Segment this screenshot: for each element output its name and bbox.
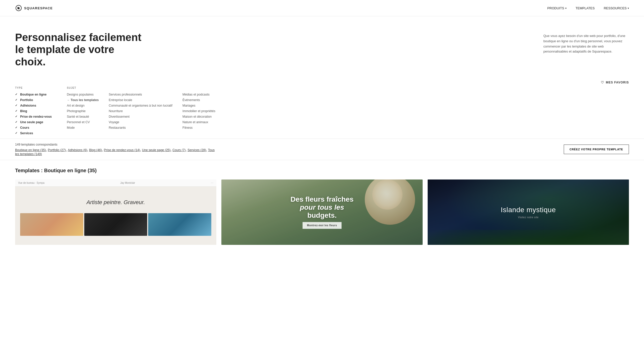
result-link-6[interactable]: Cours (7) <box>173 148 186 152</box>
card-sub-islande: Visitez notre site <box>501 216 556 219</box>
template-card-jay-montclair[interactable]: Vue de bureau · Sympa Jay Montclair ⋯ Ar… <box>15 179 216 245</box>
sujet-item-15[interactable]: Voyage <box>109 119 172 125</box>
sujet-item-16[interactable]: Restaurants <box>109 125 172 130</box>
template-card-islande[interactable]: Islande mystique Visitez notre site <box>428 179 629 245</box>
nav-templates[interactable]: TEMPLATES <box>576 6 595 10</box>
nav-produits[interactable]: PRODUITS ▾ <box>547 6 566 10</box>
flower-decoration-2 <box>372 179 403 210</box>
create-template-button[interactable]: CRÉEZ VOTRE PROPRE TEMPLATE <box>564 145 629 154</box>
nav-ressources[interactable]: RESSOURCES ▾ <box>604 6 629 10</box>
check-icon-7: ✓ <box>15 131 19 135</box>
results-links: Boutique en ligne (35), Portfolio (27), … <box>15 148 216 156</box>
card-headline: Des fleurs fraîches pour tous les budget… <box>291 195 354 220</box>
sujet-item-6[interactable]: Mode <box>67 125 99 130</box>
result-link-1[interactable]: Portfolio (27) <box>48 148 66 152</box>
check-icon-4: ✓ <box>15 115 19 118</box>
sujet-item-12[interactable]: Communauté et organismes à but non lucra… <box>109 103 172 108</box>
card-bg-islande: Islande mystique Visitez notre site <box>428 179 629 245</box>
type-item-5[interactable]: ✓ Une seule page <box>15 119 52 125</box>
check-icon-3: ✓ <box>15 109 19 113</box>
type-item-4[interactable]: ✓ Prise de rendez-vous <box>15 114 52 119</box>
sujet-item-1[interactable]: → Tous les templates <box>67 97 99 103</box>
sujet-item-23[interactable]: Immobilier et propriétés <box>182 108 215 114</box>
hero-section: Personnalisez facilement le template de … <box>0 16 644 75</box>
type-item-7[interactable]: ✓ Services <box>15 130 52 136</box>
check-icon-6: ✓ <box>15 126 19 129</box>
card-visual: Des fleurs fraîches pour tous les budget… <box>221 179 423 245</box>
sujet-col-1: Designs populaires → Tous les templates … <box>67 92 99 130</box>
sujet-item-24[interactable]: Maison et décoration <box>182 114 215 119</box>
card-visual-islande: Islande mystique Visitez notre site <box>428 179 629 245</box>
sujet-item-14[interactable]: Divertissement <box>109 114 172 119</box>
sujet-item-20[interactable]: Médias et podcasts <box>182 92 215 97</box>
result-link-3[interactable]: Blog (46) <box>89 148 102 152</box>
more-icon: ⋯ <box>211 182 213 184</box>
check-icon-0: ✓ <box>15 93 19 96</box>
card-tagline: Artiste peintre. Graveur. <box>20 199 211 206</box>
hero-title: Personnalisez facilement le template de … <box>15 31 146 68</box>
sujet-item-22[interactable]: Mariages <box>182 103 215 108</box>
result-link-4[interactable]: Prise de rendez-vous (14) <box>104 148 140 152</box>
results-bar: 149 templates correspondants Boutique en… <box>0 139 644 160</box>
check-icon-1: ✓ <box>15 98 19 102</box>
sujet-item-13[interactable]: Nourriture <box>109 108 172 114</box>
sujet-item-21[interactable]: Événements <box>182 97 215 103</box>
card-title-islande: Islande mystique <box>501 206 556 214</box>
card-header-right: Jay Montclair <box>120 182 135 184</box>
type-label: TYPE <box>15 86 52 89</box>
sujet-item-25[interactable]: Nature et animaux <box>182 119 215 125</box>
type-filter: TYPE ✓ Boutique en ligne ✓ Portfolio ✓ A… <box>15 86 52 136</box>
ground-decor <box>428 230 629 245</box>
navigation: SQUARESPACE PRODUITS ▾ TEMPLATES RESSOUR… <box>0 0 644 16</box>
sujet-item-10[interactable]: Services professionnels <box>109 92 172 97</box>
card-header-left: Vue de bureau · Sympa <box>18 182 45 184</box>
card-header: Vue de bureau · Sympa Jay Montclair ⋯ <box>15 179 216 187</box>
result-link-2[interactable]: Adhésions (6) <box>68 148 87 152</box>
chevron-down-icon: ▾ <box>565 7 567 10</box>
sujet-item-4[interactable]: Santé et beauté <box>67 114 99 119</box>
sujet-item-0[interactable]: Designs populaires <box>67 92 99 97</box>
chevron-down-icon-2: ▾ <box>628 7 629 10</box>
logo-text: SQUARESPACE <box>24 6 53 10</box>
sujet-label: SUJET <box>67 86 215 89</box>
hero-description: Que vous ayez besoin d'un site web pour … <box>543 31 629 54</box>
arrow-icon: → <box>67 99 70 102</box>
check-icon-5: ✓ <box>15 120 19 124</box>
card-main: Artiste peintre. Graveur. <box>15 187 216 241</box>
filters-section: ♡ MES FAVORIS TYPE ✓ Boutique en ligne ✓… <box>0 75 644 139</box>
result-link-5[interactable]: Une seule page (25) <box>142 148 170 152</box>
section-title: Templates : Boutique en ligne (35) <box>15 168 629 173</box>
cards-grid: Vue de bureau · Sympa Jay Montclair ⋯ Ar… <box>15 179 629 245</box>
nav-links: PRODUITS ▾ TEMPLATES RESSOURCES ▾ <box>547 6 629 10</box>
card-content: Des fleurs fraîches pour tous les budget… <box>291 195 354 229</box>
template-card-fleurs[interactable]: Des fleurs fraîches pour tous les budget… <box>221 179 423 245</box>
sujet-col-2: Services professionnels Entreprise local… <box>109 92 172 130</box>
heart-icon: ♡ <box>601 80 604 84</box>
sujet-item-5[interactable]: Personnel et CV <box>67 119 99 125</box>
card-image-0 <box>20 213 83 236</box>
type-item-1[interactable]: ✓ Portfolio <box>15 97 52 103</box>
sujet-item-2[interactable]: Art et design <box>67 103 99 108</box>
result-link-7[interactable]: Services (28) <box>187 148 206 152</box>
sujet-item-11[interactable]: Entreprise locale <box>109 97 172 103</box>
type-item-3[interactable]: ✓ Blog <box>15 108 52 114</box>
check-icon-2: ✓ <box>15 104 19 107</box>
card-images <box>20 213 211 236</box>
logo[interactable]: SQUARESPACE <box>15 5 53 12</box>
favorites-button[interactable]: ♡ MES FAVORIS <box>601 80 629 84</box>
sujet-item-3[interactable]: Photographie <box>67 108 99 114</box>
type-item-6[interactable]: ✓ Cours <box>15 125 52 130</box>
card-image-2 <box>148 213 211 236</box>
sujet-item-26[interactable]: Fitness <box>182 125 215 130</box>
sujet-col-3: Médias et podcasts Événements Mariages I… <box>182 92 215 130</box>
result-link-0[interactable]: Boutique en ligne (35) <box>15 148 46 152</box>
templates-section: Templates : Boutique en ligne (35) Vue d… <box>0 160 644 252</box>
type-item-2[interactable]: ✓ Adhésions <box>15 103 52 108</box>
sujet-filter: SUJET Designs populaires → Tous les temp… <box>67 86 215 130</box>
type-item-0[interactable]: ✓ Boutique en ligne <box>15 92 52 97</box>
card-bg: Des fleurs fraîches pour tous les budget… <box>221 179 423 245</box>
squarespace-logo-icon <box>15 5 22 12</box>
card-cta-button[interactable]: Montrez-moi les fleurs <box>302 222 341 229</box>
card-image-1 <box>84 213 147 236</box>
card-content-islande: Islande mystique Visitez notre site <box>501 206 556 219</box>
